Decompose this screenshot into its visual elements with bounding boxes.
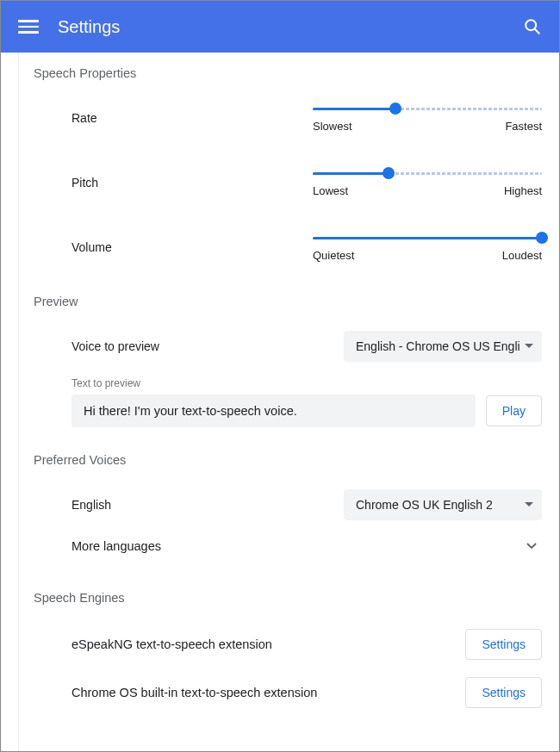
volume-max-label: Loudest [502,249,542,262]
svg-point-0 [526,20,536,30]
section-title: Speech Engines [18,591,542,605]
chevron-down-icon [526,543,537,550]
english-selected: Chrome OS UK English 2 [356,498,520,512]
voice-selected: English - Chrome OS US English [356,339,520,353]
engine-settings-button[interactable]: Settings [465,677,542,708]
chevron-down-icon [525,502,533,507]
text-to-preview-row: Play [18,395,542,427]
pitch-min-label: Lowest [313,184,348,197]
text-to-preview-input[interactable] [72,395,476,427]
pitch-max-label: Highest [504,184,542,197]
english-label: English [72,498,111,512]
pitch-label: Pitch [72,176,313,190]
play-button[interactable]: Play [486,395,542,426]
voice-to-preview-label: Voice to preview [72,339,159,353]
english-voice-select[interactable]: Chrome OS UK English 2 [344,489,542,520]
menu-icon[interactable] [18,16,39,37]
volume-min-label: Quietest [313,249,354,262]
volume-slider[interactable] [313,232,542,244]
engine-row: eSpeakNG text-to-speech extension Settin… [18,620,542,668]
chevron-down-icon [525,344,533,349]
engine-name: eSpeakNG text-to-speech extension [72,637,272,651]
pitch-row: Pitch Lowest Highest [18,160,542,204]
rate-min-label: Slowest [313,120,352,133]
more-languages-row[interactable]: More languages [18,527,542,565]
section-title: Speech Properties [18,66,542,80]
section-speech-properties: Speech Properties Rate Slowest Fastest P… [18,66,542,269]
english-row: English Chrome OS UK English 2 [18,482,542,527]
content: Speech Properties Rate Slowest Fastest P… [1,53,559,751]
pitch-slider[interactable] [313,167,542,179]
page-title: Settings [58,17,523,37]
engine-name: Chrome OS built-in text-to-speech extens… [72,686,317,699]
section-speech-engines: Speech Engines eSpeakNG text-to-speech e… [18,591,542,717]
section-preview: Preview Voice to preview English - Chrom… [18,295,542,427]
section-title: Preferred Voices [18,453,542,467]
text-to-preview-label: Text to preview [18,377,542,389]
volume-label: Volume [72,240,313,254]
section-title: Preview [18,295,542,308]
volume-row: Volume Quietest Loudest [18,225,542,269]
svg-line-1 [535,29,540,34]
rate-row: Rate Slowest Fastest [18,96,542,140]
voice-to-preview-row: Voice to preview English - Chrome OS US … [18,324,542,369]
rate-slider[interactable] [313,103,542,115]
toolbar: Settings [1,1,559,53]
engine-settings-button[interactable]: Settings [465,629,542,660]
section-preferred-voices: Preferred Voices English Chrome OS UK En… [18,453,542,565]
rate-label: Rate [72,111,313,125]
engine-row: Chrome OS built-in text-to-speech extens… [18,668,542,717]
rate-max-label: Fastest [505,120,542,133]
more-languages-label: More languages [72,539,161,553]
voice-to-preview-select[interactable]: English - Chrome OS US English [344,331,542,362]
search-icon[interactable] [523,17,542,36]
